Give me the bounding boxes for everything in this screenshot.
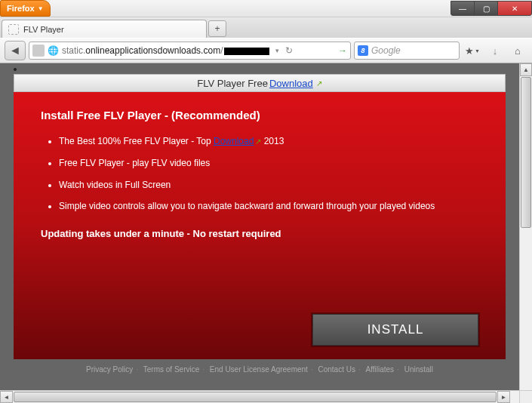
nav-toolbar: ◄ 🌐 static.onlineapplicationsdownloads.c… [0, 38, 532, 63]
firefox-menu-button[interactable]: Firefox ▼ [0, 0, 51, 17]
list-item: Free FLV Player - play FLV video files [59, 157, 451, 170]
star-icon: ★ [465, 45, 474, 57]
scroll-right-button[interactable]: ► [497, 391, 510, 403]
banner-text: FLV Player Free [197, 78, 268, 89]
page-icon [8, 24, 19, 35]
footer-link[interactable]: End User License Agreement [210, 365, 308, 374]
scroll-left-button[interactable]: ◄ [0, 391, 13, 403]
footer-link[interactable]: Uninstall [404, 365, 433, 374]
window-controls: — ▢ ✕ [451, 1, 532, 16]
url-bar[interactable]: 🌐 static.onlineapplicationsdownloads.com… [29, 42, 351, 60]
footer-link[interactable]: Terms of Service [143, 365, 199, 374]
titlebar: Firefox ▼ — ▢ ✕ [0, 0, 532, 17]
minimize-button[interactable]: — [451, 1, 475, 16]
url-dropdown-icon[interactable]: ▾ [274, 47, 281, 54]
content-viewport: FLV Player Free Download ↗ Install Free … [0, 63, 532, 403]
new-tab-button[interactable]: + [208, 20, 226, 37]
scroll-track[interactable] [520, 229, 532, 390]
footer-link[interactable]: Affiliates [365, 365, 394, 374]
scroll-thumb-h[interactable] [14, 392, 497, 402]
url-redacted [224, 48, 269, 55]
reload-icon[interactable]: ↻ [284, 45, 294, 56]
updating-text: Updating takes under a minute - No resta… [41, 228, 478, 239]
external-link-icon: ↗ [316, 79, 322, 88]
globe-icon: 🌐 [48, 45, 59, 56]
main-panel: Install Free FLV Player - (Recommended) … [14, 92, 506, 359]
search-box[interactable]: 8 Google [354, 42, 460, 60]
site-identity-icon[interactable] [32, 45, 45, 57]
chevron-down-icon: ▼ [475, 48, 480, 54]
footer-link[interactable]: Privacy Policy [86, 365, 133, 374]
decorative-dot [14, 68, 17, 71]
bullet-download-link[interactable]: Download [214, 136, 254, 146]
close-button[interactable]: ✕ [497, 1, 532, 16]
scrollbar-corner [519, 390, 532, 403]
vertical-scrollbar[interactable]: ▲ ▼ [519, 63, 532, 403]
horizontal-scrollbar[interactable]: ◄ ► [0, 390, 519, 403]
footer-links: Privacy Policy· Terms of Service· End Us… [14, 365, 506, 374]
home-icon: ⌂ [515, 45, 521, 57]
back-button[interactable]: ◄ [5, 41, 26, 60]
download-icon: ↓ [493, 45, 498, 57]
maximize-button[interactable]: ▢ [474, 1, 498, 16]
banner-download-link[interactable]: Download [269, 78, 313, 89]
feature-list: The Best 100% Free FLV Player - Top Down… [41, 135, 478, 213]
url-text: static.onlineapplicationsdownloads.com/ [62, 45, 271, 56]
tab-active[interactable]: FLV Player [2, 20, 207, 38]
chevron-down-icon: ▼ [38, 5, 44, 12]
downloads-button[interactable]: ↓ [485, 42, 505, 60]
install-button[interactable]: INSTALL [312, 314, 478, 346]
search-engine-icon[interactable]: 8 [358, 45, 368, 56]
scroll-up-button[interactable]: ▲ [520, 63, 532, 76]
list-item: Watch videos in Full Screen [59, 179, 451, 192]
scroll-thumb[interactable] [521, 77, 531, 228]
list-item: The Best 100% Free FLV Player - Top Down… [59, 135, 451, 148]
tab-title: FLV Player [23, 25, 64, 34]
go-icon[interactable]: → [338, 45, 347, 56]
home-button[interactable]: ⌂ [508, 42, 527, 60]
main-heading: Install Free FLV Player - (Recommended) [41, 109, 478, 122]
bookmarks-button[interactable]: ★ ▼ [463, 42, 482, 60]
banner-bar: FLV Player Free Download ↗ [14, 74, 506, 92]
search-placeholder: Google [371, 45, 401, 56]
tab-strip: FLV Player + [0, 17, 532, 38]
list-item: Simple video controls allow you to navig… [59, 200, 451, 213]
footer-link[interactable]: Contact Us [318, 365, 355, 374]
firefox-menu-label: Firefox [7, 4, 35, 13]
page-content: FLV Player Free Download ↗ Install Free … [0, 63, 519, 390]
